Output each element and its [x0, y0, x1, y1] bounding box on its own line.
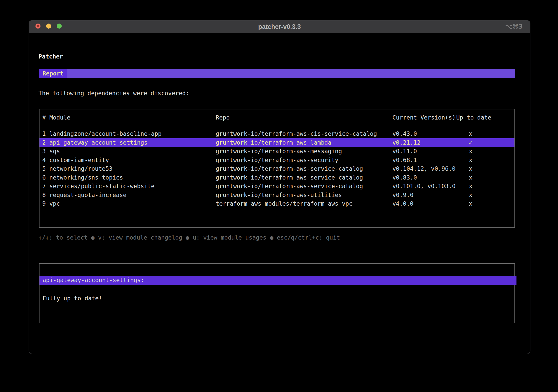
cell-versions: v0.21.12	[392, 138, 421, 147]
cell-repo: gruntwork-io/terraform-aws-service-catal…	[216, 173, 363, 182]
cell-status: x	[469, 199, 472, 208]
cell-num: 9	[42, 199, 46, 208]
cell-versions: v0.101.0, v0.103.0	[392, 182, 455, 191]
cell-num: 6	[42, 173, 46, 182]
col-header-versions: Current Version(s)	[392, 109, 455, 126]
cell-status: x	[469, 147, 472, 156]
cell-num: 5	[42, 164, 46, 173]
cell-module: vpc	[49, 199, 60, 208]
cell-module: landingzone/account-baseline-app	[49, 129, 162, 138]
module-detail-status: Fully up to date!	[43, 294, 102, 303]
table-row[interactable]: 8request-quota-increasegruntwork-io/terr…	[39, 191, 514, 200]
cell-status: x	[469, 164, 472, 173]
module-detail-panel: api-gateway-account-settings: Fully up t…	[39, 263, 515, 323]
tab-bar: Report	[39, 69, 515, 78]
cell-repo: gruntwork-io/terraform-aws-utilities	[216, 191, 342, 200]
table-row[interactable]: 6networking/sns-topicsgruntwork-io/terra…	[39, 173, 514, 182]
cell-status: x	[469, 191, 472, 200]
table-row[interactable]: 7services/public-static-websitegruntwork…	[39, 182, 514, 191]
table-row[interactable]: 4custom-iam-entitygruntwork-io/terraform…	[39, 156, 514, 165]
window-titlebar[interactable]: patcher-v0.3.3 ⌥⌘3	[29, 20, 530, 33]
table-rows: 1landingzone/account-baseline-appgruntwo…	[39, 129, 514, 208]
cell-num: 1	[42, 129, 46, 138]
cell-num: 4	[42, 156, 46, 165]
table-row[interactable]: 3sqsgruntwork-io/terraform-aws-messaging…	[39, 147, 514, 156]
cell-num: 2	[42, 138, 46, 147]
cell-num: 8	[42, 191, 46, 200]
cell-module: custom-iam-entity	[49, 156, 109, 165]
intro-text: The following dependencies were discover…	[38, 89, 189, 97]
cell-repo: gruntwork-io/terraform-aws-service-catal…	[216, 182, 363, 191]
cell-module: networking/route53	[49, 164, 112, 173]
cell-repo: gruntwork-io/terraform-aws-messaging	[216, 147, 342, 156]
tab-bar-filler	[67, 69, 515, 78]
desktop: patcher-v0.3.3 ⌥⌘3 Patcher Report The fo…	[0, 0, 558, 392]
window-shortcut-badge: ⌥⌘3	[505, 20, 523, 33]
cell-module: api-gateway-account-settings	[49, 138, 148, 147]
cell-repo: gruntwork-io/terraform-aws-cis-service-c…	[216, 129, 377, 138]
table-row[interactable]: 5networking/route53gruntwork-io/terrafor…	[39, 164, 514, 173]
cell-module: services/public-static-website	[49, 182, 154, 191]
cell-status: x	[469, 129, 472, 138]
cell-status: x	[469, 173, 472, 182]
keybinding-help: ↑/↓: to select ● v: view module changelo…	[38, 233, 340, 242]
cell-versions: v4.0.0	[392, 199, 413, 208]
page-title: Patcher	[38, 52, 63, 61]
cell-status: x	[469, 182, 472, 191]
table-row[interactable]: 9vpcterraform-aws-modules/terraform-aws-…	[39, 199, 514, 208]
cell-repo: gruntwork-io/terraform-aws-security	[216, 156, 338, 165]
cell-versions: v0.68.1	[392, 156, 417, 165]
col-header-repo: Repo	[216, 109, 230, 126]
cell-status: x	[469, 156, 472, 165]
dependencies-table: # Module Repo Current Version(s) Up to d…	[39, 109, 515, 228]
tab-report[interactable]: Report	[39, 69, 67, 78]
cell-module: sqs	[49, 147, 60, 156]
cell-repo: gruntwork-io/terraform-aws-lambda	[216, 138, 331, 147]
cell-status: ✓	[469, 138, 472, 147]
cell-versions: v0.9.0	[392, 191, 413, 200]
col-header-uptodate: Up to date	[456, 109, 491, 126]
window-title: patcher-v0.3.3	[29, 20, 530, 33]
cell-versions: v0.83.0	[392, 173, 417, 182]
cell-num: 3	[42, 147, 46, 156]
table-header: # Module Repo Current Version(s) Up to d…	[39, 109, 514, 126]
cell-module: request-quota-increase	[49, 191, 127, 200]
cell-module: networking/sns-topics	[49, 173, 123, 182]
col-header-num: #	[42, 109, 46, 126]
cell-repo: terraform-aws-modules/terraform-aws-vpc	[216, 199, 352, 208]
cell-repo: gruntwork-io/terraform-aws-service-catal…	[216, 164, 363, 173]
cell-versions: v0.11.0	[392, 147, 417, 156]
header-separator	[39, 126, 514, 126]
cell-num: 7	[42, 182, 46, 191]
cell-versions: v0.104.12, v0.96.0	[392, 164, 455, 173]
cell-versions: v0.43.0	[392, 129, 417, 138]
module-detail-title: api-gateway-account-settings:	[39, 276, 516, 285]
table-row[interactable]: 1landingzone/account-baseline-appgruntwo…	[39, 129, 514, 138]
table-row[interactable]: 2api-gateway-account-settingsgruntwork-i…	[39, 138, 514, 147]
col-header-module: Module	[49, 109, 70, 126]
